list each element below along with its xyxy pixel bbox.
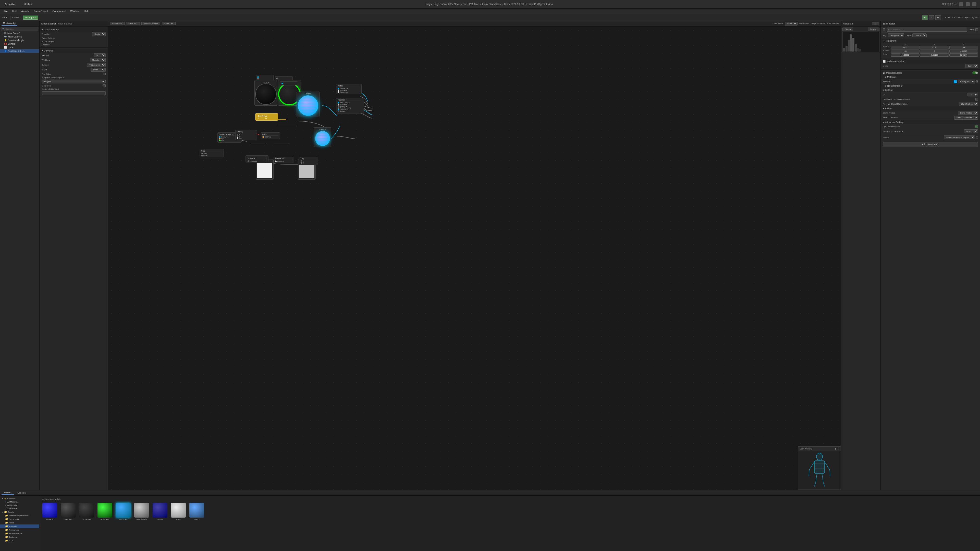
blend-dropdown[interactable]: AlphaAdditive [91, 68, 106, 72]
hierarchy-tab[interactable]: ☰ Hierarchy [2, 22, 17, 26]
pos-z[interactable]: 0.86 [950, 46, 978, 49]
add-component-button[interactable]: Add Component [883, 142, 978, 147]
clear-coat-checkbox[interactable] [103, 84, 106, 87]
step-button[interactable]: ⏭ [935, 15, 941, 20]
frag-normal-dropdown[interactable]: TangentWorld [41, 79, 106, 83]
hierarchy-search[interactable] [1, 27, 38, 31]
additional-settings-title[interactable]: ▾ Additional Settings [881, 120, 980, 124]
menu-item-window[interactable]: Window [68, 10, 81, 13]
console-tab[interactable]: Console [15, 491, 28, 495]
asset-item-2[interactable]: ExtrasBall [79, 503, 94, 520]
rot-z[interactable]: -108.079 [950, 49, 978, 53]
all-prefabs-item[interactable]: ○ All Prefabs [0, 507, 39, 510]
rot-y[interactable]: 0 [920, 49, 948, 53]
asset-item-0[interactable]: BlueHolo [42, 503, 58, 520]
menu-item-edit[interactable]: Edit [10, 10, 19, 13]
blend-probes-dropdown[interactable]: Blend Probes [958, 111, 978, 115]
hierarchy-item-camera[interactable]: 📷 Main Camera [0, 35, 39, 38]
materials-subsection[interactable]: ▾ Materials [881, 75, 980, 79]
histogram-tab[interactable]: Histogram [23, 16, 38, 20]
stx-item[interactable]: 📁 STX [0, 539, 39, 542]
hierarchy-item-assortment[interactable]: 👤 Assortment0 1 1 [0, 49, 39, 53]
mesh-dropdown[interactable]: Body [966, 64, 978, 68]
mesh-filter-title[interactable]: ⬜ Body (Mesh Filter) [881, 59, 980, 64]
preview-controls[interactable]: ▶ ⏸ [835, 448, 839, 450]
lighting-title[interactable]: ▾ Lighting [881, 88, 980, 92]
asset-item-7[interactable]: Warp [170, 503, 186, 520]
static-checkbox[interactable] [975, 28, 978, 31]
hierarchy-item-cube[interactable]: ⬜ Cube [0, 46, 39, 49]
anchor-override-dropdown[interactable]: None (Transform) [954, 116, 978, 120]
pos-y[interactable]: 2.181 [920, 46, 948, 49]
asset-item-1[interactable]: Dissolver [60, 503, 76, 520]
scale-y[interactable]: 31.61261 [920, 53, 948, 57]
precision-dropdown[interactable]: SingleHalf [92, 32, 106, 36]
save-as-btn[interactable]: Save As... [126, 22, 140, 25]
pos-x[interactable]: -0.37 [891, 46, 920, 49]
dynamic-occlusion-checkbox[interactable]: ✓ [975, 125, 978, 128]
color-mode-dropdown[interactable]: None [785, 22, 797, 25]
probes-title[interactable]: ▾ Probes [881, 106, 980, 110]
shader-edit-btn[interactable]: ◎ [976, 136, 978, 139]
histogram-expand[interactable]: ⬛ [872, 22, 879, 25]
asset-item-5[interactable]: New Material [134, 503, 150, 520]
tag-dropdown[interactable]: Untagged [888, 33, 904, 37]
element-0-edit-btn[interactable]: ◎ [976, 80, 978, 83]
all-models-item[interactable]: ○ All Models [0, 503, 39, 507]
workflow-dropdown[interactable]: MetallicSpecular [90, 58, 106, 62]
receive-gi-dropdown[interactable]: Light Probes [959, 102, 978, 106]
minimize-icon[interactable] [959, 2, 963, 6]
contribute-gi-checkbox[interactable] [975, 98, 978, 100]
element-0-dropdown[interactable]: Histogram [958, 79, 975, 83]
layers-label[interactable]: Layers [964, 16, 970, 19]
node-settings-tab[interactable]: Node Settings [58, 22, 73, 25]
scale-z[interactable]: 21.61267 [950, 53, 978, 57]
assets-item[interactable]: ▾ 📁 Assets [0, 510, 39, 514]
game-tab[interactable]: Game [13, 16, 19, 19]
hierarchy-item-light[interactable]: 💡 Directional Light [0, 38, 39, 42]
collab-button[interactable]: Collab ▾ [945, 16, 953, 19]
shader-graph-area[interactable]: Preview Preview Preview [108, 27, 841, 490]
asset-item-3[interactable]: GreenHolo [97, 503, 113, 520]
graph-settings-title[interactable]: ▾ Graph Settings [40, 27, 108, 32]
project-tab[interactable]: Project [2, 491, 14, 495]
layout-button[interactable]: Layout ▾ [971, 16, 978, 19]
material-type-dropdown[interactable]: LitUnlit [94, 53, 106, 57]
hologram-color-subsection[interactable]: ▾ HologramColor [881, 84, 980, 88]
all-materials-item[interactable]: ○ All Materials [0, 500, 39, 503]
universal-section-title[interactable]: ▾ Universal [40, 49, 108, 53]
scale-x[interactable]: 31.63281 [891, 53, 920, 57]
unity-menu-button[interactable]: Unity ▾ [20, 3, 36, 6]
resources-item[interactable]: 📁 Resources [0, 528, 39, 532]
surface-dropdown[interactable]: TransparentOpaque [87, 63, 106, 67]
shader-graphs-item[interactable]: 📁 ShaderGraphs [0, 532, 39, 535]
activities-label[interactable]: Activities [0, 3, 20, 6]
two-sided-checkbox[interactable] [103, 73, 106, 75]
transform-title[interactable]: ↔ Transform [881, 39, 980, 43]
menu-item-file[interactable]: File [2, 10, 10, 13]
menu-item-assets[interactable]: Assets [19, 10, 31, 13]
layer-dropdown[interactable]: Default [912, 33, 927, 37]
menu-item-gameobject[interactable]: GameObject [32, 10, 50, 13]
pause-button[interactable]: ⏸ [929, 15, 934, 20]
physics-mat-item[interactable]: 📁 PhysicsMat [0, 517, 39, 521]
account-button[interactable]: Account ▾ [954, 16, 963, 19]
maximize-icon[interactable] [966, 2, 970, 6]
cast-shadows-dropdown[interactable]: Off [967, 93, 978, 97]
object-name-field[interactable] [887, 27, 967, 32]
histogram-clamp-btn[interactable]: Clamp [842, 27, 853, 31]
hierarchy-item-newscene[interactable]: ▾ 🎬 New Scene* [0, 32, 39, 35]
histogram-refresh-btn[interactable]: Refresh [868, 27, 880, 31]
close-icon[interactable] [972, 2, 977, 6]
object-active-checkbox[interactable] [883, 28, 885, 31]
textures-item[interactable]: 📁 Textures [0, 535, 39, 539]
ext-dep-item[interactable]: 📁 ExternalDependencies [0, 514, 39, 517]
asset-item-4[interactable]: Hologram [115, 503, 131, 520]
close-out-btn[interactable]: Close Out [162, 22, 176, 25]
materials-folder-item[interactable]: 📁 Materials [0, 524, 39, 528]
favorites-item[interactable]: ▾ ★ Favorites [0, 497, 39, 500]
rendering-layer-dropdown[interactable]: Layer1 [964, 129, 978, 133]
mesh-renderer-title[interactable]: ▣ Mesh Renderer [881, 71, 980, 75]
play-button[interactable]: ▶ [922, 15, 928, 20]
save-asset-btn[interactable]: Save Asset [110, 22, 124, 25]
